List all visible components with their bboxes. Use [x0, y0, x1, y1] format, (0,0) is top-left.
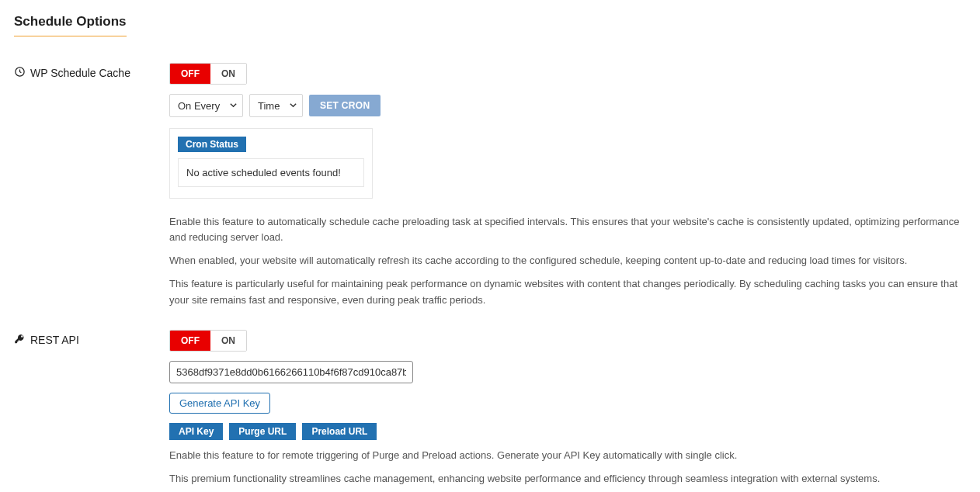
schedule-desc-3: This feature is particularly useful for …: [169, 276, 966, 307]
interval-select[interactable]: On Every: [170, 95, 242, 116]
restapi-label: REST API: [14, 330, 169, 347]
cron-status-badge: Cron Status: [178, 137, 246, 152]
schedule-label-text: WP Schedule Cache: [30, 67, 130, 79]
schedule-row: WP Schedule Cache OFF ON On Every Time: [14, 63, 966, 308]
schedule-controls: On Every Time SET CRON: [169, 94, 966, 117]
restapi-content: OFF ON Generate API Key API Key Purge UR…: [169, 330, 966, 492]
cron-status-message: No active scheduled events found!: [178, 158, 364, 187]
schedule-content: OFF ON On Every Time SET CRON: [169, 63, 966, 308]
time-select[interactable]: Time: [250, 95, 302, 116]
clock-icon: [14, 66, 26, 80]
restapi-toggle-on[interactable]: ON: [210, 331, 246, 351]
schedule-toggle: OFF ON: [169, 63, 247, 85]
restapi-toggle: OFF ON: [169, 330, 247, 352]
restapi-row: REST API OFF ON Generate API Key API Key…: [14, 330, 966, 492]
preload-url-button[interactable]: Preload URL: [302, 423, 377, 440]
api-key-input[interactable]: [169, 361, 413, 383]
time-select-wrap: Time: [249, 94, 303, 117]
restapi-desc-1: Enable this feature to for remote trigge…: [169, 448, 966, 463]
cron-status-box: Cron Status No active scheduled events f…: [169, 128, 373, 199]
schedule-label: WP Schedule Cache: [14, 63, 169, 80]
purge-url-button[interactable]: Purge URL: [229, 423, 296, 440]
restapi-action-buttons: API Key Purge URL Preload URL: [169, 423, 966, 440]
key-icon: [14, 333, 26, 347]
section-title: Schedule Options: [14, 14, 127, 36]
schedule-toggle-off[interactable]: OFF: [170, 64, 210, 84]
restapi-desc-2: This premium functionality streamlines c…: [169, 471, 966, 487]
set-cron-button[interactable]: SET CRON: [309, 95, 381, 116]
schedule-desc-2: When enabled, your website will automati…: [169, 253, 966, 269]
schedule-toggle-on[interactable]: ON: [210, 64, 246, 84]
restapi-label-text: REST API: [30, 334, 79, 346]
schedule-desc-1: Enable this feature to automatically sch…: [169, 214, 966, 245]
api-key-button[interactable]: API Key: [169, 423, 223, 440]
interval-select-wrap: On Every: [169, 94, 243, 117]
restapi-toggle-off[interactable]: OFF: [170, 331, 210, 351]
generate-api-key-button[interactable]: Generate API Key: [169, 393, 270, 414]
